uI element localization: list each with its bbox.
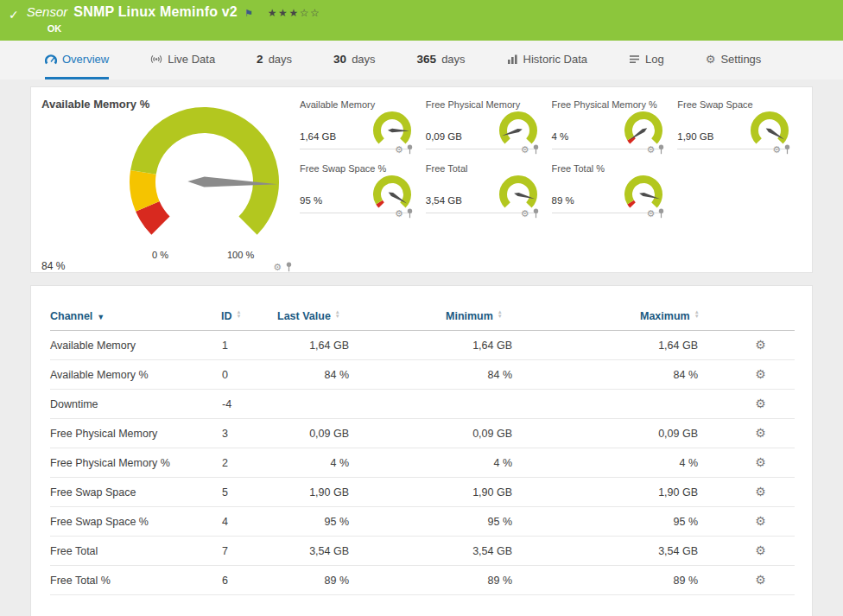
sort-desc-icon: ▼ — [97, 313, 105, 321]
channel-settings-gear-icon[interactable]: ⚙ — [755, 543, 766, 557]
channel-id: 4 — [219, 507, 277, 537]
maximum-value: 0,09 GB — [640, 419, 726, 448]
channel-id: 3 — [219, 419, 277, 448]
maximum-value: 95 % — [640, 507, 726, 537]
last-value — [277, 390, 446, 419]
tab-number: 30 — [333, 53, 346, 66]
channel-table-card: Channel▼ID▲▼Last Value▲▼Minimum▲▼Maximum… — [30, 285, 813, 616]
mini-gauge-cell: Free Swap Space1,90 GB⚙ — [677, 99, 803, 149]
gear-icon[interactable]: ⚙ — [646, 209, 655, 219]
gauge-title: Free Swap Space % — [300, 163, 412, 175]
gear-icon[interactable]: ⚙ — [772, 145, 781, 155]
last-value: 95 % — [277, 507, 446, 537]
sensor-title: SNMP Linux Meminfo v2 — [73, 4, 238, 20]
mini-gauge-cell: Free Physical Memory0,09 GB⚙ — [426, 99, 552, 149]
mini-gauge-cell: Free Total3,54 GB⚙ — [426, 163, 552, 213]
channel-settings-gear-icon[interactable]: ⚙ — [755, 367, 766, 381]
tab-365-days[interactable]: 365days — [417, 41, 466, 79]
channel-settings-gear-icon[interactable]: ⚙ — [755, 573, 766, 587]
tab-label: Settings — [720, 53, 761, 66]
channel-settings-gear-icon[interactable]: ⚙ — [755, 338, 766, 352]
channel-id: -4 — [219, 390, 277, 419]
table-row: Available Memory %084 %84 %84 %⚙ — [50, 360, 795, 390]
pin-icon[interactable] — [657, 144, 665, 155]
sort-icon: ▲▼ — [335, 310, 340, 319]
live-icon — [150, 54, 162, 65]
channel-actions-cell: ⚙ — [726, 360, 795, 390]
tab-historic-data[interactable]: Historic Data — [507, 41, 587, 79]
pin-icon[interactable] — [783, 144, 791, 155]
channel-settings-gear-icon[interactable]: ⚙ — [755, 485, 766, 499]
minimum-value: 3,54 GB — [446, 537, 640, 566]
table-row: Free Physical Memory30,09 GB0,09 GB0,09 … — [50, 419, 795, 448]
gear-icon[interactable]: ⚙ — [395, 209, 403, 219]
minimum-value: 89 % — [446, 566, 640, 595]
gauge-title: Free Total — [426, 163, 538, 175]
tab-2-days[interactable]: 2days — [257, 41, 292, 79]
gauge-value: 89 % — [552, 195, 574, 206]
pin-icon[interactable] — [406, 144, 414, 155]
gear-icon: ⚙ — [706, 54, 716, 65]
tab-log[interactable]: Log — [629, 41, 664, 79]
priority-stars[interactable]: ★★★☆☆ — [268, 7, 320, 19]
tab-number: 365 — [417, 53, 437, 66]
col-header-actions — [726, 303, 795, 331]
tab-overview[interactable]: Overview — [45, 41, 109, 79]
tab-label: Log — [645, 53, 664, 66]
gauge-value: 1,90 GB — [677, 131, 713, 142]
gauge-value: 4 % — [552, 131, 569, 142]
last-value: 1,90 GB — [277, 478, 446, 507]
channel-actions-cell: ⚙ — [726, 390, 795, 419]
gauge-value: 0,09 GB — [426, 131, 462, 142]
gauges-card: Available Memory % 0 % 100 % 84 % ⚙ Avai… — [30, 86, 813, 273]
gauge-title: Free Physical Memory — [426, 99, 538, 111]
pin-icon[interactable] — [285, 262, 293, 272]
col-header-id[interactable]: ID▲▼ — [219, 303, 277, 331]
pin-icon[interactable] — [532, 144, 540, 155]
col-header-last-value[interactable]: Last Value▲▼ — [277, 303, 446, 331]
table-row: Free Physical Memory %24 %4 %4 %⚙ — [50, 448, 795, 478]
channel-name: Free Total — [50, 537, 219, 566]
last-value: 0,09 GB — [277, 419, 446, 448]
channel-settings-gear-icon[interactable]: ⚙ — [755, 455, 766, 469]
col-header-label: Minimum — [446, 310, 493, 322]
gear-icon[interactable]: ⚙ — [273, 263, 282, 272]
pin-icon[interactable] — [657, 208, 665, 219]
status-check-icon: ✓ — [9, 8, 19, 41]
maximum-value: 84 % — [640, 360, 726, 390]
channel-settings-gear-icon[interactable]: ⚙ — [755, 514, 766, 528]
channel-name: Available Memory % — [50, 360, 219, 390]
gear-icon[interactable]: ⚙ — [521, 209, 529, 219]
table-row: Free Swap Space %495 %95 %95 %⚙ — [50, 507, 795, 537]
maximum-value: 1,90 GB — [640, 478, 726, 507]
gauge-value: 95 % — [300, 195, 322, 206]
channel-actions-cell: ⚙ — [726, 507, 795, 537]
col-header-channel[interactable]: Channel▼ — [50, 303, 219, 331]
channel-name: Free Swap Space % — [50, 507, 219, 537]
table-row: Available Memory11,64 GB1,64 GB1,64 GB⚙ — [50, 331, 795, 360]
col-header-label: Last Value — [277, 310, 331, 322]
channel-id: 7 — [219, 537, 277, 566]
primary-gauge-panel: Available Memory % 0 % 100 % 84 % ⚙ — [40, 96, 295, 272]
channel-name: Free Swap Space — [50, 478, 219, 507]
mini-gauge-cell: Free Total %89 %⚙ — [552, 163, 678, 213]
col-header-minimum[interactable]: Minimum▲▼ — [446, 303, 640, 331]
tab-live-data[interactable]: Live Data — [150, 41, 215, 79]
channel-id: 5 — [219, 478, 277, 507]
maximum-value: 4 % — [640, 448, 726, 478]
pin-icon[interactable] — [532, 208, 540, 219]
gear-icon[interactable]: ⚙ — [395, 145, 403, 155]
content-area: Available Memory % 0 % 100 % 84 % ⚙ Avai… — [0, 79, 843, 616]
channel-settings-gear-icon[interactable]: ⚙ — [755, 426, 766, 440]
tab-30-days[interactable]: 30days — [333, 41, 376, 79]
minimum-value: 1,64 GB — [446, 331, 640, 360]
col-header-maximum[interactable]: Maximum▲▼ — [640, 303, 726, 331]
gear-icon[interactable]: ⚙ — [521, 145, 529, 155]
tab-bar: OverviewLive Data2days30days365daysHisto… — [0, 41, 843, 79]
pin-icon[interactable] — [406, 208, 414, 219]
tab-settings[interactable]: ⚙Settings — [706, 41, 762, 79]
channel-actions-cell: ⚙ — [726, 331, 795, 360]
gear-icon[interactable]: ⚙ — [646, 145, 655, 155]
channel-settings-gear-icon[interactable]: ⚙ — [755, 397, 766, 410]
mini-gauge-cell: Free Physical Memory %4 %⚙ — [552, 99, 678, 149]
